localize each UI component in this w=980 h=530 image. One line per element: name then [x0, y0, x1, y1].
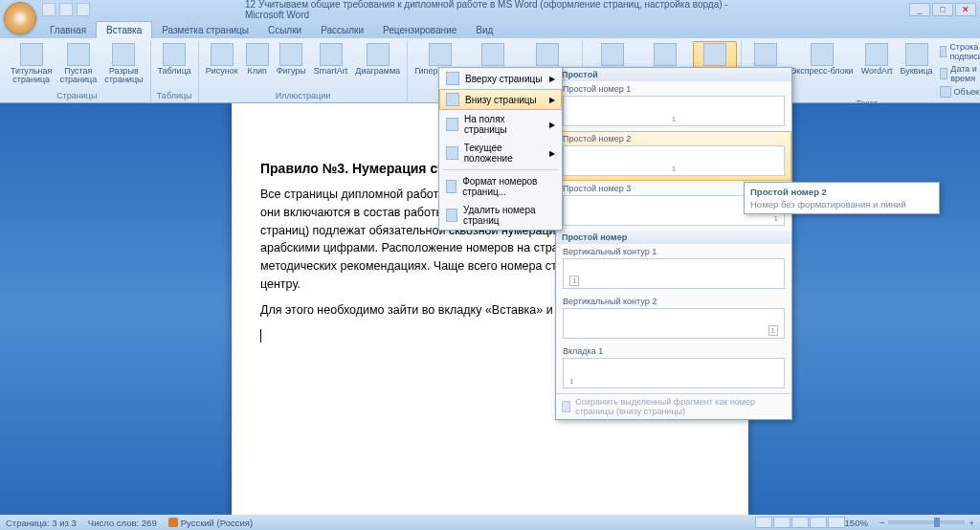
- ribbon-button[interactable]: Разрывстраницы: [101, 41, 145, 87]
- ribbon-group-label: Страницы: [8, 91, 146, 101]
- page-indicator[interactable]: Страница: 3 из 3: [6, 518, 77, 528]
- minimize-button[interactable]: _: [909, 3, 930, 16]
- tab-Главная[interactable]: Главная: [40, 22, 96, 38]
- quick-access-toolbar: [42, 3, 90, 16]
- tab-Вставка[interactable]: Вставка: [96, 21, 152, 38]
- window-title: 12 Учитываем общие требования к дипломно…: [245, 0, 735, 20]
- ribbon-icon: [246, 43, 269, 66]
- zoom-level[interactable]: 150%: [845, 518, 868, 528]
- ribbon-icon: [905, 43, 928, 66]
- ribbon-icon: [865, 43, 888, 66]
- ribbon-button[interactable]: Пустаястраница: [56, 41, 100, 87]
- close-button[interactable]: ✕: [955, 3, 976, 16]
- menu-item[interactable]: Вверху страницы▶: [439, 68, 562, 89]
- ribbon-icon: [481, 43, 504, 66]
- menu-item[interactable]: Внизу страницы▶: [439, 89, 562, 110]
- view-fullscreen-icon[interactable]: [773, 517, 791, 528]
- undo-icon[interactable]: [59, 3, 73, 16]
- menu-icon: [446, 180, 457, 193]
- ribbon-icon: [536, 43, 559, 66]
- tooltip-title: Простой номер 2: [750, 187, 933, 197]
- ribbon-button[interactable]: Диаграмма: [352, 41, 403, 77]
- ribbon-button[interactable]: SmartArt: [311, 41, 351, 77]
- ribbon-icon: [163, 43, 186, 66]
- office-button[interactable]: [4, 2, 36, 34]
- ribbon-icon: [429, 43, 452, 66]
- gallery-header: Простой номер: [556, 231, 791, 244]
- view-draft-icon[interactable]: [828, 517, 845, 528]
- tab-Рассылки[interactable]: Рассылки: [311, 22, 373, 38]
- ribbon-button[interactable]: Фигуры: [274, 41, 309, 77]
- gallery-item[interactable]: Простой номер 21: [556, 131, 791, 181]
- tab-Рецензирование[interactable]: Рецензирование: [373, 22, 466, 38]
- menu-item[interactable]: На полях страницы▶: [439, 110, 562, 139]
- tooltip: Простой номер 2 Номер без форматирования…: [744, 182, 940, 214]
- chevron-right-icon: ▶: [549, 121, 555, 129]
- ribbon-button[interactable]: Экспресс-блоки: [788, 41, 857, 99]
- save-icon[interactable]: [42, 3, 56, 16]
- menu-item[interactable]: Текущее положение▶: [439, 139, 562, 167]
- zoom-in-button[interactable]: +: [969, 518, 974, 528]
- text-cursor: [260, 329, 261, 342]
- language-indicator[interactable]: Русский (Россия): [168, 518, 253, 528]
- ribbon-button[interactable]: Рисунок: [203, 41, 241, 77]
- ribbon-button[interactable]: WordArt: [858, 41, 896, 99]
- title-bar: 12 Учитываем общие требования к дипломно…: [0, 0, 980, 19]
- ribbon-group-label: Иллюстрации: [203, 91, 403, 101]
- view-print-layout-icon[interactable]: [755, 517, 772, 528]
- menu-icon: [446, 72, 459, 85]
- ribbon-small-button[interactable]: Объект: [938, 85, 980, 99]
- menu-icon: [446, 146, 458, 160]
- ribbon-icon: [211, 43, 234, 66]
- view-web-icon[interactable]: [791, 517, 809, 528]
- ribbon-small-button[interactable]: Строка подписи: [938, 41, 980, 62]
- ribbon-icon: [367, 43, 390, 66]
- ribbon-icon: [112, 43, 135, 66]
- ribbon-icon: [279, 43, 302, 66]
- tab-Вид[interactable]: Вид: [466, 22, 502, 38]
- ribbon-button[interactable]: Буквица: [897, 41, 935, 99]
- zoom-out-button[interactable]: −: [880, 518, 885, 528]
- redo-icon[interactable]: [77, 3, 90, 16]
- ribbon-button[interactable]: Таблица: [155, 41, 194, 77]
- ribbon-tabs: ГлавнаяВставкаРазметка страницыСсылкиРас…: [0, 19, 980, 38]
- icon: [940, 46, 947, 57]
- ribbon-group-Таблицы: ТаблицаТаблицы: [151, 40, 199, 102]
- page-number-gallery: ПростойПростой номер 11Простой номер 21П…: [555, 67, 792, 420]
- chevron-right-icon: ▶: [549, 96, 555, 104]
- gallery-header: Простой: [556, 68, 791, 81]
- menu-icon: [446, 209, 457, 222]
- ribbon-button[interactable]: Титульнаястраница: [8, 41, 55, 87]
- ribbon-icon: [67, 43, 90, 66]
- ribbon-group-Иллюстрации: РисунокКлипФигурыSmartArtДиаграммаИллюст…: [199, 40, 408, 102]
- icon: [940, 68, 948, 79]
- ribbon-icon: [654, 43, 677, 66]
- ribbon-small-button[interactable]: Дата и время: [938, 63, 980, 84]
- ribbon-group-Страницы: ТитульнаястраницаПустаястраницаРазрывстр…: [4, 40, 151, 102]
- status-bar: Страница: 3 из 3 Число слов: 269 Русский…: [0, 515, 980, 530]
- gallery-item[interactable]: Вертикальный контур 11: [556, 244, 791, 294]
- save-icon: [562, 401, 570, 412]
- menu-item[interactable]: Формат номеров страниц...: [439, 172, 562, 201]
- ribbon-icon: [703, 43, 726, 66]
- icon: [940, 86, 951, 98]
- ribbon-group-label: Таблицы: [155, 91, 194, 101]
- maximize-button[interactable]: □: [932, 3, 953, 16]
- view-outline-icon[interactable]: [810, 517, 827, 528]
- ribbon-icon: [320, 43, 343, 66]
- word-count[interactable]: Число слов: 269: [88, 518, 157, 528]
- menu-icon: [446, 93, 459, 106]
- gallery-item[interactable]: Вкладка 11: [556, 343, 791, 393]
- tooltip-description: Номер без форматирования и линий: [750, 199, 933, 210]
- menu-icon: [446, 118, 458, 131]
- tab-Ссылки[interactable]: Ссылки: [258, 22, 311, 38]
- tab-Разметка страницы[interactable]: Разметка страницы: [152, 22, 258, 38]
- gallery-item[interactable]: Вертикальный контур 21: [556, 294, 791, 343]
- ribbon-button[interactable]: Клип: [243, 41, 272, 77]
- menu-item[interactable]: Удалить номера страниц: [439, 201, 562, 230]
- zoom-slider[interactable]: [888, 520, 965, 524]
- chevron-right-icon: ▶: [549, 149, 555, 158]
- gallery-item[interactable]: Простой номер 11: [556, 81, 791, 131]
- ribbon-icon: [601, 43, 624, 66]
- ribbon-icon: [754, 43, 777, 66]
